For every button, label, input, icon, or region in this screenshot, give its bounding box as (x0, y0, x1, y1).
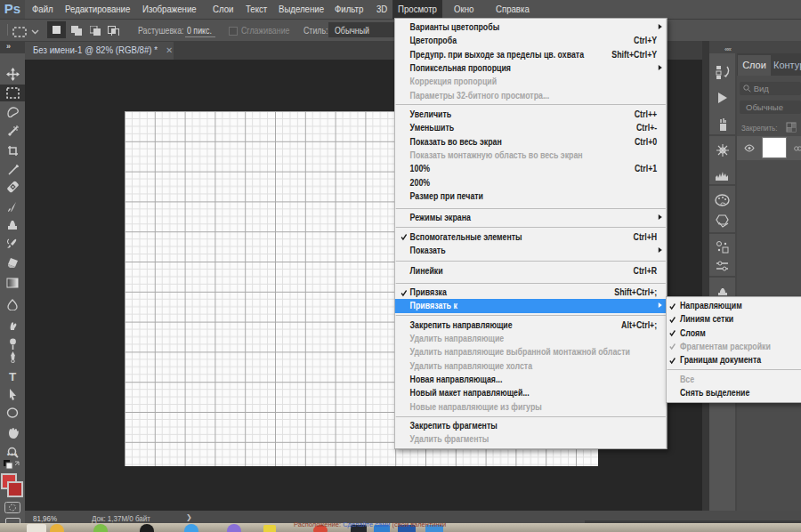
svg-text:T: T (9, 370, 17, 382)
